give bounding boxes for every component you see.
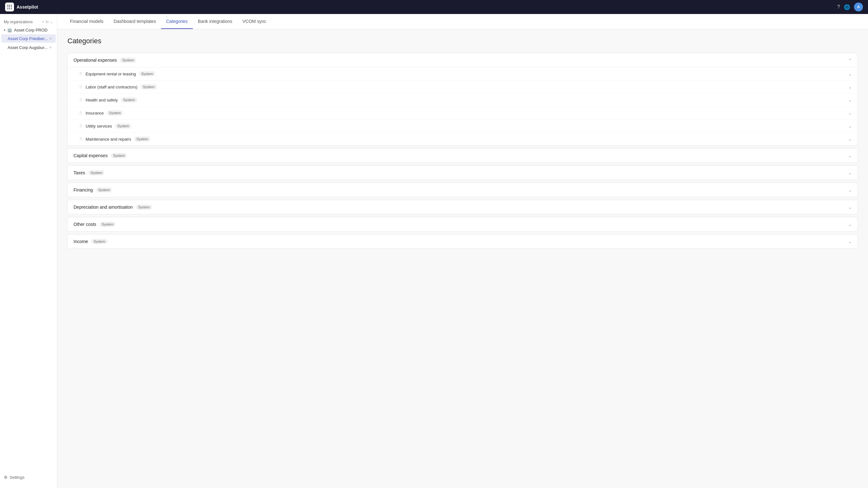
org-parent-row[interactable]: ▾ 🏢 Asset Corp PROD [0, 26, 57, 34]
drag-handle-icon[interactable]: ⠿ [79, 111, 83, 116]
section-label: My organizations [4, 20, 33, 24]
tab-vcom-sync[interactable]: VCOM sync [237, 14, 271, 29]
sidebar-bottom: ⚙ Settings [0, 470, 57, 484]
settings-row[interactable]: ⚙ Settings [4, 473, 53, 482]
nav-tabs: Financial models Dashboard templates Cat… [57, 14, 868, 29]
category-operational-header[interactable]: Operational expenses System ⌄ [68, 53, 858, 67]
subcategory-insurance: ⠿ Insurance System ⌄ [68, 106, 858, 120]
operational-subcategory-list: ⠿ Equipment rental or leasing System ⌄ ⠿… [68, 67, 858, 145]
subcategory-equipment-rental: ⠿ Equipment rental or leasing System ⌄ [68, 67, 858, 80]
category-taxes-header[interactable]: Taxes System ⌄ [68, 166, 858, 180]
subcategory-chevron-icon: ⌄ [848, 124, 852, 129]
capital-chevron-icon: ⌄ [848, 153, 852, 158]
tab-financial-models[interactable]: Financial models [65, 14, 108, 29]
subcategory-name: Utility services [86, 124, 112, 129]
category-header-left: Financing System [73, 187, 112, 192]
avatar[interactable]: A [854, 3, 863, 11]
subcategory-chevron-icon: ⌄ [848, 72, 852, 76]
help-icon[interactable]: ? [837, 4, 840, 10]
sidebar-section-header: My organizations + ↻ ⌄ [0, 18, 57, 26]
subcategory-badge: System [121, 97, 137, 102]
taxes-title: Taxes [73, 170, 85, 175]
subcategory-badge: System [115, 124, 131, 129]
drag-handle-icon[interactable]: ⠿ [79, 124, 83, 129]
subcategory-health-safety: ⠿ Health and safety System ⌄ [68, 94, 858, 106]
refresh-icon[interactable]: ↻ [45, 20, 49, 24]
category-header-left: Income System [73, 239, 107, 244]
category-income-header[interactable]: Income System ⌄ [68, 234, 858, 249]
subcategory-maintenance: ⠿ Maintenance and repairs System ⌄ [68, 133, 858, 145]
globe-icon[interactable]: 🌐 [844, 4, 850, 10]
subcategory-left: ⠿ Insurance System [79, 110, 123, 116]
my-organizations-label[interactable]: My organizations [4, 20, 33, 24]
subcategory-chevron-icon: ⌄ [848, 85, 852, 89]
category-income: Income System ⌄ [67, 234, 858, 249]
sidebar-item-augsburg-label: Asset Corp Augsbur... [8, 45, 48, 50]
add-org-icon[interactable]: + [42, 20, 44, 24]
category-financing-header[interactable]: Financing System ⌄ [68, 183, 858, 197]
income-title: Income [73, 239, 88, 244]
subcategory-chevron-icon: ⌄ [848, 111, 852, 116]
org-icon: 🏢 [7, 28, 12, 32]
subcategory-left: ⠿ Labor (staff and contractors) System [79, 84, 157, 89]
topbar-right: ? 🌐 A [837, 3, 863, 11]
capital-badge: System [111, 153, 127, 158]
subcategory-name: Maintenance and repairs [86, 137, 131, 141]
subcategory-labor: ⠿ Labor (staff and contractors) System ⌄ [68, 80, 858, 94]
category-capital-expenses: Capital expenses System ⌄ [67, 148, 858, 163]
category-depreciation-header[interactable]: Depreciation and amortisation System ⌄ [68, 200, 858, 214]
financing-chevron-icon: ⌄ [848, 188, 852, 192]
subcategory-chevron-icon: ⌄ [848, 137, 852, 141]
category-capital-header[interactable]: Capital expenses System ⌄ [68, 149, 858, 163]
subcategory-name: Labor (staff and contractors) [86, 85, 137, 89]
operational-title: Operational expenses [73, 58, 117, 63]
settings-label: Settings [9, 475, 25, 480]
drag-handle-icon[interactable]: ⠿ [79, 137, 83, 141]
subcategory-utility: ⠿ Utility services System ⌄ [68, 120, 858, 133]
tab-categories[interactable]: Categories [161, 14, 193, 29]
category-operational-expenses: Operational expenses System ⌄ ⠿ Equipmen… [67, 53, 858, 146]
other-chevron-icon: ⌄ [848, 222, 852, 227]
category-header-left: Depreciation and amortisation System [73, 204, 152, 209]
category-other-header[interactable]: Other costs System ⌄ [68, 217, 858, 231]
category-financing: Financing System ⌄ [67, 183, 858, 197]
tab-dashboard-templates[interactable]: Dashboard templates [108, 14, 161, 29]
subcategory-badge: System [141, 84, 157, 89]
taxes-badge: System [89, 170, 105, 175]
sidebar-section-icons: + ↻ ⌄ [42, 20, 53, 24]
sidebar-item-augsburg[interactable]: Asset Corp Augsbur... + [1, 43, 56, 52]
org-parent-name: Asset Corp PROD [14, 28, 48, 32]
more-icon[interactable]: ⌄ [50, 20, 53, 24]
subcategory-badge: System [134, 136, 151, 141]
operational-badge: System [120, 58, 136, 63]
subcategory-left: ⠿ Health and safety System [79, 97, 137, 102]
subcategory-name: Health and safety [86, 98, 118, 102]
category-other-costs: Other costs System ⌄ [67, 217, 858, 232]
logo-icon [5, 3, 14, 11]
subcategory-name: Equipment rental or leasing [86, 72, 136, 76]
drag-handle-icon[interactable]: ⠿ [79, 72, 83, 76]
category-header-left: Operational expenses System [73, 58, 136, 63]
drag-handle-icon[interactable]: ⠿ [79, 85, 83, 89]
sidebar-item-friedberg[interactable]: Asset Corp Friedber... + [1, 34, 56, 43]
tab-bank-integrations[interactable]: Bank integrations [193, 14, 237, 29]
topbar: Assetpilot ? 🌐 A [0, 0, 868, 14]
page-title: Categories [67, 37, 858, 45]
income-badge: System [91, 239, 107, 244]
subcategory-chevron-icon: ⌄ [848, 98, 852, 102]
category-header-left: Taxes System [73, 170, 104, 175]
sidebar-item-friedberg-label: Asset Corp Friedber... [8, 36, 48, 41]
add-friedberg-icon[interactable]: + [49, 36, 52, 41]
page-content: Categories Operational expenses System ⌄… [57, 29, 868, 488]
category-header-left: Other costs System [73, 222, 116, 227]
add-augsburg-icon[interactable]: + [49, 45, 52, 50]
drag-handle-icon[interactable]: ⠿ [79, 98, 83, 102]
expand-icon: ▾ [4, 28, 5, 32]
income-chevron-icon: ⌄ [848, 239, 852, 244]
category-depreciation: Depreciation and amortisation System ⌄ [67, 200, 858, 215]
subcategory-badge: System [107, 110, 123, 116]
subcategory-badge: System [139, 71, 155, 76]
financing-badge: System [96, 187, 112, 192]
app-body: My organizations + ↻ ⌄ ▾ 🏢 Asset Corp PR… [0, 14, 868, 488]
main: Financial models Dashboard templates Cat… [57, 14, 868, 488]
